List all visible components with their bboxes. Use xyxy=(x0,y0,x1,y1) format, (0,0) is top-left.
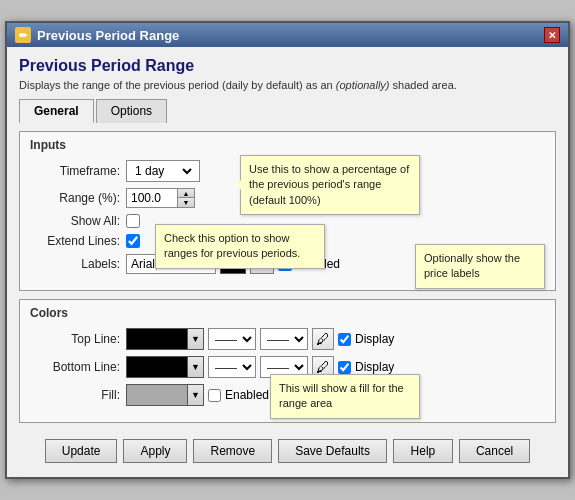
bottom-line-display-check: Display xyxy=(338,360,394,374)
tooltip-price-labels: Optionally show the price labels xyxy=(415,244,545,289)
tab-general[interactable]: General xyxy=(19,99,94,123)
fill-enabled-label: Enabled xyxy=(225,388,269,402)
spinner-buttons: ▲ ▼ xyxy=(177,189,194,207)
extend-lines-checkbox[interactable] xyxy=(126,234,140,248)
bottom-line-display-checkbox[interactable] xyxy=(338,361,351,374)
timeframe-dropdown[interactable]: 1 day 1 week 1 month xyxy=(131,163,195,179)
top-line-display-label: Display xyxy=(355,332,394,346)
show-all-checkbox[interactable] xyxy=(126,214,140,228)
fill-enabled-check: Enabled xyxy=(208,388,269,402)
fill-enabled-checkbox[interactable] xyxy=(208,389,221,402)
close-button[interactable]: ✕ xyxy=(544,27,560,43)
page-description: Displays the range of the previous perio… xyxy=(19,79,556,91)
top-line-row: Top Line: ▼ —— - - - ··· —— ─ xyxy=(30,328,545,350)
bottom-line-label: Bottom Line: xyxy=(30,360,120,374)
top-line-edit-button[interactable]: 🖊 xyxy=(312,328,334,350)
content-area: Previous Period Range Displays the range… xyxy=(7,47,568,477)
top-line-label: Top Line: xyxy=(30,332,120,346)
tooltip-show-ranges: Check this option to show ranges for pre… xyxy=(155,224,325,269)
inputs-section: Inputs Timeframe: 1 day 1 week 1 month U… xyxy=(19,131,556,291)
apply-button[interactable]: Apply xyxy=(123,439,187,463)
bottom-line-style-select[interactable]: —— - - - xyxy=(208,356,256,378)
timeframe-select[interactable]: 1 day 1 week 1 month xyxy=(126,160,200,182)
bottom-line-display-label: Display xyxy=(355,360,394,374)
labels-label: Labels: xyxy=(30,257,120,271)
show-all-checkbox-area xyxy=(126,214,140,228)
help-button[interactable]: Help xyxy=(393,439,453,463)
colors-title: Colors xyxy=(30,306,545,320)
tab-options[interactable]: Options xyxy=(96,99,167,123)
tooltip-percentage: Use this to show a percentage of the pre… xyxy=(240,155,420,215)
fill-controls: ▼ Enabled xyxy=(126,384,269,406)
top-line-width-select[interactable]: —— ─ xyxy=(260,328,308,350)
top-line-display-checkbox[interactable] xyxy=(338,333,351,346)
timeframe-label: Timeframe: xyxy=(30,164,120,178)
main-window: ✏ Previous Period Range ✕ Previous Perio… xyxy=(5,21,570,479)
remove-button[interactable]: Remove xyxy=(193,439,272,463)
top-line-controls: ▼ —— - - - ··· —— ─ 🖊 Display xyxy=(126,328,394,350)
range-label: Range (%): xyxy=(30,191,120,205)
extend-lines-label: Extend Lines: xyxy=(30,234,120,248)
title-bar: ✏ Previous Period Range ✕ xyxy=(7,23,568,47)
update-button[interactable]: Update xyxy=(45,439,118,463)
colors-section: Colors Top Line: ▼ —— - - - ··· —— xyxy=(19,299,556,423)
show-all-row: Show All: Check this option to show rang… xyxy=(30,214,545,228)
tab-bar: General Options xyxy=(19,99,556,123)
fill-color-swatch[interactable]: ▼ xyxy=(126,384,204,406)
range-input[interactable]: 100.0 xyxy=(127,189,177,207)
title-bar-left: ✏ Previous Period Range xyxy=(15,27,179,43)
top-line-style-select[interactable]: —— - - - ··· xyxy=(208,328,256,350)
show-all-label: Show All: xyxy=(30,214,120,228)
tooltip-fill: This will show a fill for the range area xyxy=(270,374,420,419)
save-defaults-button[interactable]: Save Defaults xyxy=(278,439,387,463)
timeframe-row: Timeframe: 1 day 1 week 1 month Use this… xyxy=(30,160,545,182)
extend-lines-checkbox-area xyxy=(126,234,140,248)
bottom-line-color-swatch[interactable]: ▼ xyxy=(126,356,204,378)
top-line-display-check: Display xyxy=(338,332,394,346)
range-spinner[interactable]: 100.0 ▲ ▼ xyxy=(126,188,195,208)
spinner-down[interactable]: ▼ xyxy=(178,198,194,207)
page-title: Previous Period Range xyxy=(19,57,556,75)
window-icon: ✏ xyxy=(15,27,31,43)
bottom-buttons: Update Apply Remove Save Defaults Help C… xyxy=(19,431,556,467)
window-title: Previous Period Range xyxy=(37,28,179,43)
fill-label: Fill: xyxy=(30,388,120,402)
spinner-up[interactable]: ▲ xyxy=(178,189,194,198)
cancel-button[interactable]: Cancel xyxy=(459,439,530,463)
fill-row: Fill: ▼ Enabled This will show a fill fo… xyxy=(30,384,545,406)
top-line-color-swatch[interactable]: ▼ xyxy=(126,328,204,350)
inputs-title: Inputs xyxy=(30,138,545,152)
